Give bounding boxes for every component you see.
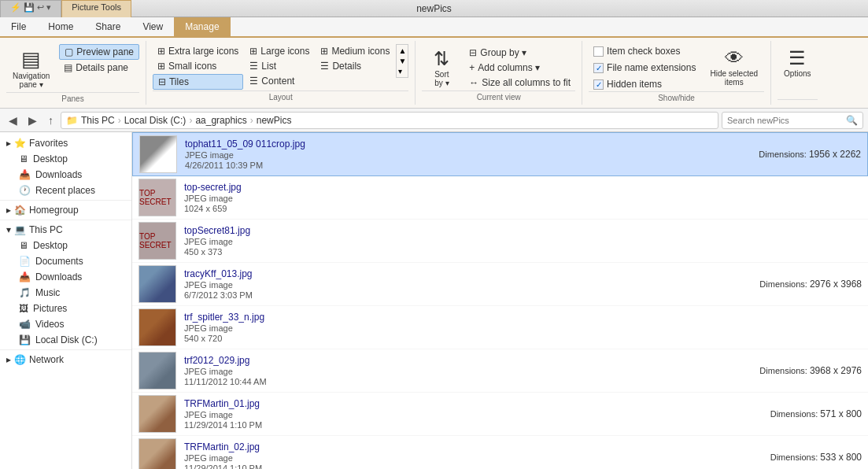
- group-by-button[interactable]: ⊟ Group by ▾: [464, 46, 575, 60]
- file-item[interactable]: tracyKff_013.jpg JPEG image 6/7/2012 3:0…: [132, 263, 868, 306]
- add-columns-icon: +: [469, 62, 475, 73]
- hidden-items-toggle[interactable]: Hidden items: [589, 77, 700, 91]
- file-name: trf_spitler_33_n.jpg: [184, 312, 862, 323]
- navigation-pane-button[interactable]: ▤ Navigationpane ▾: [6, 44, 56, 92]
- search-box[interactable]: 🔍: [722, 112, 863, 129]
- file-info: topSecret81.jpg JPEG image 450 x 373: [184, 225, 862, 257]
- file-name-extensions-checkbox[interactable]: [593, 63, 604, 73]
- file-item[interactable]: trf_spitler_33_n.jpg JPEG image 540 x 72…: [132, 306, 868, 349]
- file-info: tophat11_05_09 011crop.jpg JPEG image 4/…: [185, 138, 727, 170]
- list-button[interactable]: ☰ List: [245, 59, 314, 73]
- item-check-boxes-checkbox[interactable]: [593, 46, 604, 57]
- pictures-icon: 🖼: [19, 303, 28, 314]
- homegroup-icon: 🏠: [14, 205, 26, 216]
- small-icons-button[interactable]: ⊞ Small icons: [153, 59, 243, 73]
- list-label: List: [261, 61, 276, 72]
- file-item[interactable]: TRFMartin_01.jpg JPEG image 11/29/2014 1…: [132, 393, 868, 436]
- tab-view[interactable]: View: [131, 17, 174, 36]
- details-label: Details: [332, 61, 361, 72]
- breadcrumb-part-1: This PC: [81, 115, 115, 126]
- panes-group-label: Panes: [6, 92, 139, 103]
- details-button[interactable]: ☰ Details: [316, 59, 394, 73]
- details-pane-button[interactable]: ▤ Details pane: [59, 61, 139, 75]
- file-date: 4/26/2011 10:39 PM: [185, 161, 727, 170]
- breadcrumb[interactable]: 📁 This PC › Local Disk (C:) › aa_graphic…: [61, 112, 718, 129]
- file-item[interactable]: tophat11_05_09 011crop.jpg JPEG image 4/…: [132, 132, 868, 176]
- sidebar-item-videos[interactable]: 📹 Videos: [0, 316, 131, 332]
- sidebar-thispc-header[interactable]: ▾ 💻 This PC: [0, 222, 131, 238]
- details-icon: ☰: [320, 61, 329, 72]
- sidebar-item-local-disk[interactable]: 💾 Local Disk (C:): [0, 332, 131, 348]
- sort-by-button[interactable]: ⇅ Sortby ▾: [422, 45, 461, 90]
- sidebar-network-header[interactable]: ▸ 🌐 Network: [0, 352, 131, 367]
- network-expand-icon: ▸: [6, 354, 11, 365]
- preview-pane-button[interactable]: ▢ Preview pane: [59, 44, 139, 60]
- size-all-columns-button[interactable]: ↔ Size all columns to fit: [464, 76, 575, 90]
- tiles-button[interactable]: ⊟ Tiles: [153, 74, 243, 90]
- desktop-pc-icon: 🖥: [19, 240, 28, 251]
- breadcrumb-part-3: aa_graphics: [195, 115, 246, 126]
- music-label: Music: [35, 287, 60, 298]
- desktop-fav-icon: 🖥: [19, 153, 28, 164]
- sidebar-item-documents[interactable]: 📄 Documents: [0, 253, 131, 269]
- breadcrumb-folder-icon: 📁: [66, 115, 78, 126]
- file-item[interactable]: TRFMartin_02.jpg JPEG image 11/29/2014 1…: [132, 436, 868, 469]
- thispc-icon: 💻: [14, 224, 26, 235]
- current-view-group-label: Current view: [422, 90, 575, 102]
- options-button[interactable]: ☰ Options: [778, 44, 817, 81]
- pictures-label: Pictures: [33, 303, 67, 314]
- sidebar-homegroup-header[interactable]: ▸ 🏠 Homegroup: [0, 202, 131, 218]
- tab-home[interactable]: Home: [37, 17, 84, 36]
- sidebar-item-recent-places[interactable]: 🕐 Recent places: [0, 183, 131, 198]
- tab-share[interactable]: Share: [84, 17, 131, 36]
- file-list[interactable]: tophat11_05_09 011crop.jpg JPEG image 4/…: [132, 132, 868, 469]
- tab-file[interactable]: File: [0, 17, 37, 36]
- music-icon: 🎵: [19, 287, 31, 298]
- file-type: JPEG image: [184, 237, 862, 246]
- options-label: Options: [784, 69, 811, 78]
- layout-scroll-up[interactable]: ▲: [398, 46, 406, 55]
- hidden-items-checkbox[interactable]: [593, 79, 604, 90]
- add-columns-button[interactable]: + Add columns ▾: [464, 61, 575, 75]
- file-info: top-secret.jpg JPEG image 1024 x 659: [184, 182, 862, 213]
- medium-icons-button[interactable]: ⊞ Medium icons: [316, 44, 394, 58]
- file-name: TRFMartin_02.jpg: [184, 441, 739, 452]
- sidebar-item-music[interactable]: 🎵 Music: [0, 285, 131, 301]
- sidebar-favorites-header[interactable]: ▸ ⭐ Favorites: [0, 135, 131, 151]
- forward-button[interactable]: ▶: [24, 112, 41, 129]
- file-name-extensions-toggle[interactable]: File name extensions: [589, 61, 700, 75]
- picture-tools-tab[interactable]: Picture Tools: [61, 0, 131, 17]
- sort-by-label: Sortby ▾: [434, 70, 449, 87]
- qat-tab[interactable]: ⚡ 💾 ↩ ▾: [0, 0, 61, 17]
- file-item[interactable]: TOP SECRET top-secret.jpg JPEG image 102…: [132, 176, 868, 220]
- file-item[interactable]: trf2012_029.jpg JPEG image 11/11/2012 10…: [132, 349, 868, 393]
- layout-expand[interactable]: ▾: [398, 67, 406, 76]
- sidebar-item-desktop-pc[interactable]: 🖥 Desktop: [0, 238, 131, 253]
- file-name: TRFMartin_01.jpg: [184, 398, 739, 409]
- tab-manage[interactable]: Manage: [174, 17, 230, 36]
- large-icons-button[interactable]: ⊞ Large icons: [245, 44, 314, 58]
- sidebar-item-desktop-fav[interactable]: 🖥 Desktop: [0, 151, 131, 167]
- sidebar-item-downloads-fav[interactable]: 📥 Downloads: [0, 167, 131, 183]
- file-type: JPEG image: [184, 280, 728, 290]
- sidebar-item-downloads-pc[interactable]: 📥 Downloads: [0, 269, 131, 285]
- homegroup-expand-icon: ▸: [6, 205, 11, 216]
- file-type: JPEG image: [184, 453, 739, 463]
- search-input[interactable]: [727, 116, 846, 125]
- item-check-boxes-toggle[interactable]: Item check boxes: [589, 44, 700, 58]
- extra-large-icons-button[interactable]: ⊞ Extra large icons: [153, 44, 243, 58]
- file-thumbnail: [139, 308, 176, 346]
- content-button[interactable]: ☰ Content: [245, 74, 314, 88]
- back-button[interactable]: ◀: [5, 112, 21, 129]
- file-size: 540 x 720: [184, 334, 862, 343]
- up-button[interactable]: ↑: [44, 112, 57, 129]
- file-item[interactable]: TOP SECRET topSecret81.jpg JPEG image 45…: [132, 220, 868, 263]
- nav-pane-icon: ▤: [21, 47, 41, 72]
- sidebar-item-pictures[interactable]: 🖼 Pictures: [0, 301, 131, 316]
- layout-scroll-down[interactable]: ▼: [398, 57, 406, 65]
- hide-selected-items-button[interactable]: 👁 Hide selecteditems: [704, 44, 764, 90]
- file-thumbnail: [139, 438, 176, 469]
- thispc-label: This PC: [29, 224, 63, 235]
- file-info: trf2012_029.jpg JPEG image 11/11/2012 10…: [184, 355, 728, 386]
- ribbon-group-layout: ⊞ Extra large icons ⊞ Small icons ⊟ Tile…: [146, 41, 416, 105]
